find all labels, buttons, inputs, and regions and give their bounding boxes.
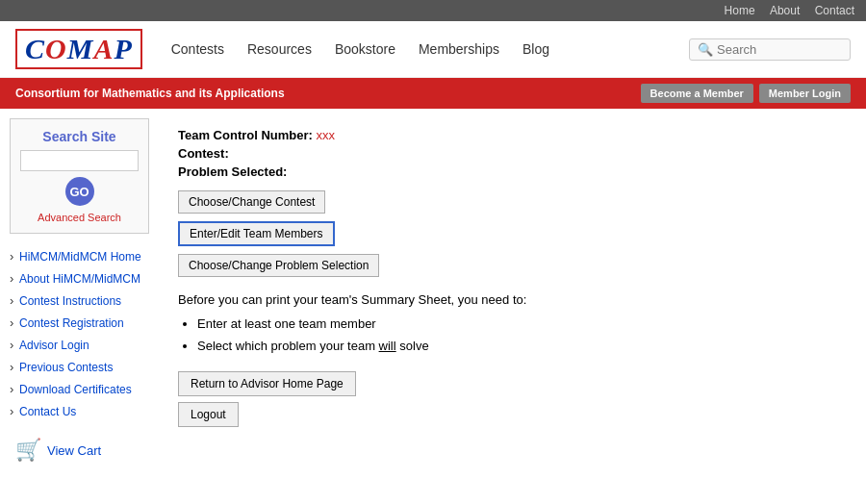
cart-icon: 🛒 bbox=[15, 438, 41, 463]
problem-row: Problem Selected: bbox=[178, 164, 847, 179]
search-site-input[interactable] bbox=[20, 150, 139, 171]
instruction-2: Select which problem your team will solv… bbox=[197, 337, 847, 357]
search-site-box: Search Site GO Advanced Search bbox=[10, 118, 149, 234]
search-box-container: 🔍 bbox=[689, 38, 851, 61]
tagline: Consortium for Mathematics and its Appli… bbox=[15, 87, 285, 100]
nav-contests[interactable]: Contests bbox=[171, 41, 224, 57]
header: COMAP Contests Resources Bookstore Membe… bbox=[0, 21, 866, 78]
sidebar: Search Site GO Advanced Search HiMCM/Mid… bbox=[0, 118, 159, 463]
sidebar-item-about: About HiMCM/MidMCM bbox=[10, 271, 149, 286]
sidebar-item-certificates: Download Certificates bbox=[10, 382, 149, 396]
search-site-title: Search Site bbox=[20, 129, 139, 144]
choose-change-contest-button[interactable]: Choose/Change Contest bbox=[178, 190, 325, 214]
sidebar-link-about[interactable]: About HiMCM/MidMCM bbox=[19, 272, 140, 286]
nav-blog[interactable]: Blog bbox=[522, 41, 549, 57]
contest-label: Contest: bbox=[178, 146, 229, 161]
nav-memberships[interactable]: Memberships bbox=[419, 41, 499, 57]
sidebar-link-contact[interactable]: Contact Us bbox=[19, 405, 76, 418]
choose-change-problem-button[interactable]: Choose/Change Problem Selection bbox=[178, 254, 379, 277]
top-contact-link[interactable]: Contact bbox=[815, 4, 854, 17]
return-advisor-button[interactable]: Return to Advisor Home Page bbox=[178, 371, 356, 396]
sidebar-item-himcm: HiMCM/MidMCM Home bbox=[10, 249, 149, 264]
red-bar: Consortium for Mathematics and its Appli… bbox=[0, 78, 866, 109]
red-bar-buttons: Become a Member Member Login bbox=[641, 84, 851, 103]
team-info: Team Control Number: xxx Contest: Proble… bbox=[178, 128, 847, 179]
sidebar-item-previous: Previous Contests bbox=[10, 360, 149, 374]
sidebar-link-previous[interactable]: Previous Contests bbox=[19, 361, 113, 374]
view-cart: 🛒 View Cart bbox=[10, 438, 149, 463]
advanced-search-link[interactable]: Advanced Search bbox=[20, 212, 139, 223]
logout-button[interactable]: Logout bbox=[178, 402, 239, 427]
sidebar-link-instructions[interactable]: Contest Instructions bbox=[19, 294, 121, 308]
content: Search Site GO Advanced Search HiMCM/Mid… bbox=[0, 109, 866, 472]
become-member-button[interactable]: Become a Member bbox=[641, 84, 753, 103]
view-cart-link[interactable]: View Cart bbox=[47, 443, 101, 458]
sidebar-item-contact: Contact Us bbox=[10, 404, 149, 418]
search-icon: 🔍 bbox=[698, 42, 713, 57]
problem-label: Problem Selected: bbox=[178, 164, 287, 179]
team-control-row: Team Control Number: xxx bbox=[178, 128, 847, 142]
contest-row: Contest: bbox=[178, 146, 847, 161]
sidebar-link-himcm[interactable]: HiMCM/MidMCM Home bbox=[19, 250, 141, 264]
sidebar-nav: HiMCM/MidMCM Home About HiMCM/MidMCM Con… bbox=[10, 249, 149, 418]
top-about-link[interactable]: About bbox=[770, 4, 800, 17]
instructions-intro: Before you can print your team's Summary… bbox=[178, 290, 847, 311]
main-content: Team Control Number: xxx Contest: Proble… bbox=[159, 118, 866, 463]
team-control-value: xxx bbox=[317, 128, 336, 142]
main-nav: Contests Resources Bookstore Memberships… bbox=[171, 41, 689, 57]
sidebar-item-instructions: Contest Instructions bbox=[10, 293, 149, 308]
team-control-label: Team Control Number: bbox=[178, 128, 313, 142]
nav-bookstore[interactable]: Bookstore bbox=[335, 41, 395, 57]
sidebar-link-registration[interactable]: Contest Registration bbox=[19, 316, 124, 330]
instruction-1: Enter at least one team member bbox=[197, 315, 847, 335]
search-input[interactable] bbox=[717, 42, 842, 57]
nav-resources[interactable]: Resources bbox=[247, 41, 312, 57]
sidebar-link-certificates[interactable]: Download Certificates bbox=[19, 383, 132, 396]
logo: COMAP bbox=[15, 29, 142, 69]
sidebar-item-registration: Contest Registration bbox=[10, 315, 149, 330]
member-login-button[interactable]: Member Login bbox=[759, 84, 851, 103]
sidebar-item-advisor: Advisor Login bbox=[10, 338, 149, 352]
go-button[interactable]: GO bbox=[65, 177, 94, 206]
top-bar: Home About Contact bbox=[0, 0, 866, 21]
instructions: Before you can print your team's Summary… bbox=[178, 290, 847, 356]
sidebar-link-advisor[interactable]: Advisor Login bbox=[19, 339, 89, 352]
enter-edit-team-button[interactable]: Enter/Edit Team Members bbox=[178, 221, 335, 246]
top-home-link[interactable]: Home bbox=[725, 4, 755, 17]
